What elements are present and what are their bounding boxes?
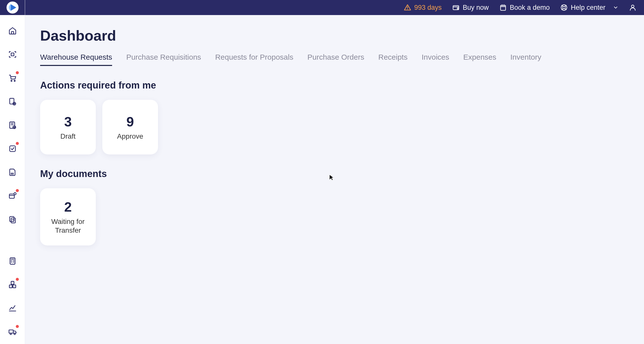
- sidebar: [0, 0, 25, 344]
- barcode-doc-icon: [8, 121, 17, 129]
- sidebar-item-truck[interactable]: [7, 326, 18, 337]
- sidebar-item-file-barcode[interactable]: [7, 166, 18, 178]
- help-center-button[interactable]: Help center: [560, 4, 618, 12]
- sidebar-item-receipt-stack[interactable]: [7, 214, 18, 225]
- app-logo[interactable]: [0, 0, 25, 15]
- svg-point-25: [563, 6, 565, 9]
- svg-rect-11: [10, 217, 14, 222]
- svg-rect-13: [10, 258, 15, 264]
- chevron-down-icon: [613, 5, 618, 10]
- svg-point-2: [11, 80, 12, 81]
- sidebar-item-calc[interactable]: [7, 255, 18, 267]
- tab-inventory[interactable]: Inventory: [510, 53, 541, 66]
- user-menu-button[interactable]: [629, 4, 636, 11]
- svg-rect-9: [9, 194, 14, 198]
- svg-rect-23: [501, 5, 506, 10]
- sidebar-item-scan[interactable]: [7, 49, 18, 60]
- sidebar-item-chart[interactable]: [7, 302, 18, 314]
- warning-icon: [404, 4, 411, 11]
- file-barcode-icon: [8, 168, 17, 177]
- card-draft[interactable]: 3 Draft: [40, 100, 96, 154]
- sidebar-item-boxes[interactable]: [7, 279, 18, 290]
- card-approve[interactable]: 9 Approve: [102, 100, 158, 154]
- card-count: 2: [64, 199, 72, 215]
- notification-dot: [16, 71, 19, 74]
- card-count: 3: [64, 114, 72, 129]
- home-icon: [8, 27, 17, 35]
- scan-icon: [8, 50, 17, 59]
- tab-receipts[interactable]: Receipts: [378, 53, 408, 66]
- truck-icon: [8, 327, 17, 336]
- svg-rect-17: [9, 330, 13, 333]
- card-waiting-for-transfer[interactable]: 2 Waiting for Transfer: [40, 188, 96, 245]
- book-demo-button[interactable]: Book a demo: [499, 4, 550, 12]
- sidebar-item-package-doc[interactable]: [7, 190, 18, 202]
- svg-point-3: [14, 80, 15, 81]
- cart-icon: [8, 74, 17, 82]
- calc-icon: [8, 257, 17, 265]
- documents-section-title: My documents: [40, 168, 629, 179]
- top-header: 993 days Buy now Book a demo Help center: [0, 0, 644, 15]
- svg-rect-12: [11, 218, 15, 223]
- svg-point-19: [14, 333, 15, 335]
- tabs-row: Warehouse Requests Purchase Requisitions…: [40, 53, 629, 66]
- card-label: Approve: [117, 132, 143, 141]
- notification-dot: [16, 278, 19, 281]
- tab-expenses[interactable]: Expenses: [463, 53, 496, 66]
- user-icon: [629, 4, 636, 11]
- svg-point-10: [14, 193, 16, 195]
- svg-rect-14: [11, 281, 14, 284]
- book-demo-label: Book a demo: [510, 4, 550, 12]
- main-content: Dashboard Warehouse Requests Purchase Re…: [25, 15, 644, 344]
- boxes-icon: [8, 280, 17, 289]
- trial-days-text: 993 days: [414, 4, 442, 12]
- sidebar-nav: [7, 25, 18, 337]
- calendar-icon: [499, 4, 507, 11]
- package-doc-icon: [8, 192, 17, 200]
- tab-warehouse-requests[interactable]: Warehouse Requests: [40, 53, 112, 66]
- card-count: 9: [126, 114, 134, 129]
- buy-now-button[interactable]: Buy now: [452, 4, 489, 12]
- tab-purchase-orders[interactable]: Purchase Orders: [307, 53, 364, 66]
- trial-warning[interactable]: 993 days: [404, 4, 442, 12]
- svg-point-26: [631, 5, 634, 8]
- sidebar-item-cart[interactable]: [7, 72, 18, 84]
- doc-money-icon: [8, 97, 17, 106]
- card-label: Draft: [60, 132, 76, 141]
- sidebar-item-barcode-doc[interactable]: [7, 119, 18, 131]
- page-title: Dashboard: [40, 27, 629, 44]
- receipt-stack-icon: [8, 215, 17, 224]
- svg-rect-15: [9, 285, 12, 288]
- notification-dot: [16, 325, 19, 328]
- svg-point-22: [457, 8, 458, 9]
- sidebar-item-doc-money[interactable]: [7, 96, 18, 107]
- sidebar-item-home[interactable]: [7, 25, 18, 37]
- card-icon: [452, 4, 460, 11]
- notification-dot: [16, 142, 19, 145]
- document-cards: 2 Waiting for Transfer: [40, 188, 629, 245]
- sidebar-item-checkbox[interactable]: [7, 143, 18, 154]
- tab-requests-for-proposals[interactable]: Requests for Proposals: [215, 53, 293, 66]
- svg-point-20: [407, 9, 408, 10]
- buy-now-label: Buy now: [463, 4, 489, 12]
- lifebuoy-icon: [560, 4, 568, 11]
- action-cards: 3 Draft 9 Approve: [40, 100, 629, 154]
- svg-rect-16: [13, 285, 16, 288]
- card-label: Waiting for Transfer: [45, 217, 91, 235]
- notification-dot: [16, 189, 19, 192]
- chart-line-icon: [8, 304, 17, 312]
- help-center-label: Help center: [571, 4, 605, 12]
- tab-purchase-requisitions[interactable]: Purchase Requisitions: [126, 53, 201, 66]
- svg-rect-8: [10, 146, 15, 152]
- tab-invoices[interactable]: Invoices: [422, 53, 449, 66]
- actions-section-title: Actions required from me: [40, 80, 629, 91]
- svg-point-18: [10, 333, 12, 335]
- check-box-icon: [8, 144, 17, 153]
- svg-rect-1: [11, 53, 14, 56]
